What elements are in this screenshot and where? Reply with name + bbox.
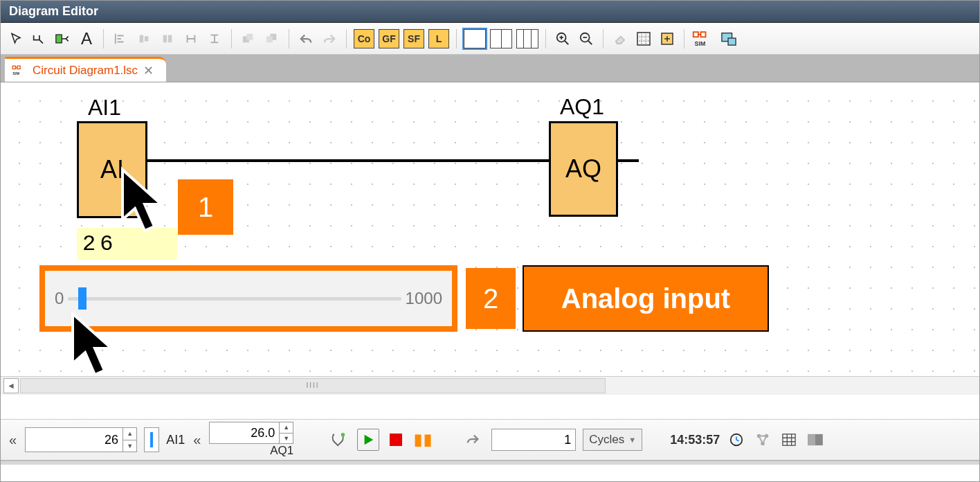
aq-value-input[interactable] [210, 422, 279, 443]
svg-rect-14 [700, 32, 705, 37]
spin-down-icon[interactable]: ▼ [280, 434, 293, 444]
zoom-in-icon[interactable] [552, 28, 574, 50]
connector-tool-icon[interactable] [28, 28, 51, 50]
step-button[interactable] [462, 429, 484, 451]
svg-rect-11 [637, 33, 650, 45]
ai-name-label: AI1 [166, 433, 185, 447]
power-toggle-icon[interactable] [328, 429, 350, 451]
data-table-icon[interactable] [779, 430, 799, 449]
toolbar-separator [603, 29, 604, 48]
scroll-track[interactable]: IIII [20, 378, 606, 393]
svg-rect-26 [783, 434, 795, 445]
gap-panel [1, 394, 979, 419]
svg-rect-19 [17, 66, 20, 69]
spin-up-icon[interactable]: ▲ [123, 428, 136, 440]
view-three-pane[interactable] [516, 29, 538, 48]
cycles-field[interactable] [491, 429, 576, 451]
callout-analog-input: Analog input [523, 265, 769, 332]
special-functions-button[interactable]: SF [403, 29, 424, 48]
toolbar-separator [346, 29, 347, 48]
pointer-tool-icon[interactable] [5, 28, 27, 50]
svg-rect-13 [693, 32, 698, 37]
ai-block-label: AI [100, 155, 124, 184]
collapse-left-icon[interactable]: « [8, 432, 18, 448]
svg-rect-3 [163, 35, 167, 42]
ai-value-input[interactable] [26, 428, 122, 452]
network-icon[interactable] [753, 430, 772, 449]
callout-2: 2 [466, 268, 516, 329]
snap-toggle-icon[interactable] [656, 28, 678, 50]
toolbar-separator [684, 29, 684, 48]
svg-rect-4 [168, 35, 172, 42]
text-tool-icon[interactable]: A [75, 28, 98, 50]
ai-value-field[interactable]: ▲ ▼ [25, 427, 137, 452]
undo-icon[interactable] [295, 28, 317, 50]
cycles-input[interactable] [492, 429, 575, 450]
window-title: Diagram Editor [9, 4, 98, 19]
zoom-out-icon[interactable] [575, 28, 597, 50]
svg-rect-17 [728, 38, 736, 45]
ai-block[interactable]: AI [77, 121, 147, 218]
ai-block-value: 26 [77, 228, 177, 260]
svg-point-21 [341, 433, 345, 437]
svg-text:SIM: SIM [695, 39, 706, 46]
align-right-icon[interactable] [156, 28, 179, 50]
align-center-v-icon[interactable] [133, 28, 155, 50]
grid-toggle-icon[interactable] [633, 28, 655, 50]
clock-icon[interactable] [727, 430, 746, 449]
scroll-left-button[interactable]: ◄ [3, 378, 19, 393]
ai-value-spinner[interactable]: ▲ ▼ [122, 428, 136, 452]
svg-rect-1 [140, 35, 143, 42]
constants-button[interactable]: Co [354, 29, 374, 48]
aq-block[interactable]: AQ [549, 121, 618, 217]
main-toolbar: A Co GF SF L [1, 23, 979, 55]
tab-bar: SIM Circuit Diagram1.lsc ✕ [1, 55, 979, 82]
diagram-tab-icon: SIM [12, 64, 27, 77]
view-single-pane[interactable] [464, 29, 486, 48]
pause-button[interactable]: ▮▮ [412, 429, 435, 451]
tab-label: Circuit Diagram1.lsc [33, 64, 138, 78]
simulation-time: 14:53:57 [670, 433, 720, 447]
aq-block-label: AQ [565, 154, 601, 184]
cut-connection-tool-icon[interactable] [52, 28, 74, 50]
cycles-unit-select[interactable]: Cycles ▼ [583, 429, 642, 451]
align-distribute-v-icon[interactable] [203, 28, 226, 50]
align-left-icon[interactable] [109, 28, 131, 50]
online-test-icon[interactable] [718, 28, 740, 50]
redo-icon[interactable] [318, 28, 341, 50]
eraser-icon[interactable] [609, 28, 631, 50]
aq-value-field[interactable]: ▲ ▼ [209, 422, 293, 444]
spin-down-icon[interactable]: ▼ [123, 440, 136, 452]
aq-value-spinner[interactable]: ▲ ▼ [279, 422, 293, 443]
collapse-mid-icon[interactable]: « [192, 432, 202, 448]
tab-circuit-diagram[interactable]: SIM Circuit Diagram1.lsc ✕ [5, 57, 166, 82]
chevron-down-icon: ▼ [628, 436, 636, 444]
wire-ai-to-aq[interactable] [147, 159, 549, 162]
svg-text:SIM: SIM [12, 71, 19, 75]
slider-max-label: 1000 [406, 289, 442, 308]
ai-mini-slider[interactable] [144, 427, 159, 452]
toolbar-separator [231, 29, 232, 48]
view-two-pane[interactable] [490, 29, 512, 48]
analog-input-slider[interactable]: 0 1000 [39, 265, 457, 332]
trend-view-icon[interactable] [806, 430, 825, 449]
spin-up-icon[interactable]: ▲ [280, 422, 293, 434]
slider-thumb[interactable] [78, 287, 87, 310]
bring-front-icon[interactable] [237, 28, 260, 50]
toolbar-separator [289, 29, 289, 48]
play-button[interactable] [357, 429, 379, 451]
stop-button[interactable] [386, 430, 406, 449]
aq-output-group: ▲ ▼ AQ1 [209, 422, 293, 458]
simulation-icon[interactable]: SIM [690, 28, 716, 50]
basic-functions-button[interactable]: GF [379, 29, 399, 48]
aq-block-name: AQ1 [560, 94, 604, 120]
svg-rect-6 [246, 33, 253, 39]
send-back-icon[interactable] [261, 28, 283, 50]
slider-track[interactable] [68, 297, 401, 301]
diagram-canvas[interactable]: AI1 AI 26 AQ1 AQ 1 0 1000 2 Analog input [1, 82, 979, 376]
data-log-button[interactable]: L [428, 29, 449, 48]
align-distribute-h-icon[interactable] [180, 28, 202, 50]
close-tab-icon[interactable]: ✕ [143, 63, 154, 78]
slider-min-label: 0 [55, 289, 64, 308]
toolbar-separator [103, 29, 104, 48]
